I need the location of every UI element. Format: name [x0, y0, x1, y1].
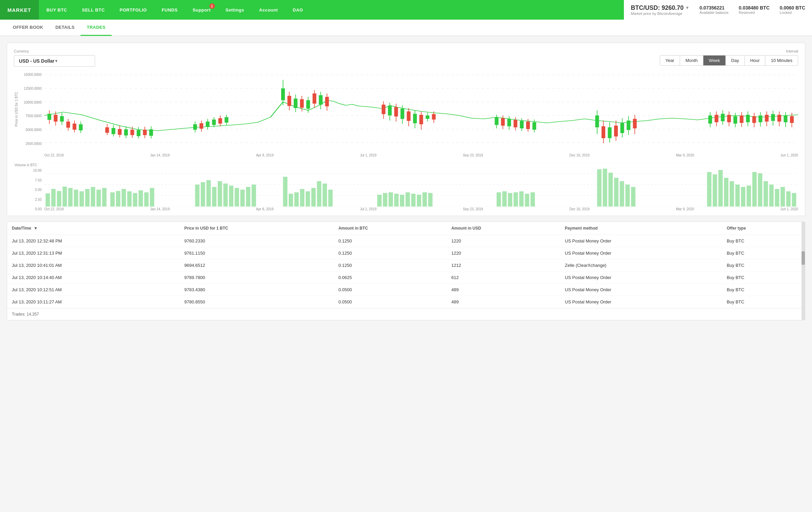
tab-trades[interactable]: TRADES [81, 20, 111, 36]
reserved-label: Reserved [739, 10, 769, 15]
x-label-1: Oct 22, 2018 [44, 153, 64, 157]
interval-10min[interactable]: 10 Minutes [765, 56, 798, 65]
interval-month[interactable]: Month [680, 56, 703, 65]
cell-amount-usd: 489 [447, 284, 560, 296]
svg-rect-123 [752, 116, 756, 123]
svg-rect-95 [595, 115, 599, 127]
nav-account[interactable]: Account [252, 0, 286, 20]
cell-amount-usd: 1220 [447, 247, 560, 259]
cell-price: 9694.6512 [180, 259, 334, 272]
svg-rect-11 [60, 116, 64, 122]
market-info: BTC/USD: 9260.70 ▼ Market price by Bitco… [624, 0, 812, 20]
cell-datetime: Jul 13, 2020 12:31:13 PM [7, 247, 180, 259]
nav-sell-btc[interactable]: SELL BTC [74, 0, 112, 20]
locked-label: Locked [780, 10, 805, 15]
candlestick-area: Oct 22, 2018 Jan 14, 2019 Apr 8, 2019 Ju… [44, 71, 798, 157]
svg-rect-213 [758, 173, 762, 207]
svg-rect-141 [46, 193, 50, 207]
price-dropdown-icon[interactable]: ▼ [685, 5, 690, 10]
cell-offer-type: Buy BTC [722, 284, 805, 296]
interval-week[interactable]: Week [703, 56, 726, 65]
svg-rect-194 [519, 191, 524, 207]
svg-rect-53 [300, 99, 304, 108]
vol-y-label-2: 7.50 [14, 178, 42, 182]
scrollbar[interactable] [802, 222, 805, 320]
svg-rect-17 [79, 124, 83, 130]
cell-payment: Zelle (ClearXchange) [560, 259, 722, 272]
svg-rect-159 [150, 188, 154, 207]
svg-rect-127 [765, 115, 769, 122]
svg-rect-198 [603, 169, 607, 207]
btc-price-block: BTC/USD: 9260.70 ▼ Market price by Bitco… [631, 4, 689, 16]
svg-rect-31 [143, 130, 146, 135]
volume-svg [44, 163, 798, 207]
cell-offer-type: Buy BTC [722, 296, 805, 308]
currency-dropdown[interactable]: USD - US Dollar ▼ [14, 55, 95, 67]
svg-rect-33 [149, 129, 153, 136]
svg-rect-75 [419, 115, 423, 124]
nav-dao[interactable]: DAO [285, 0, 310, 20]
svg-rect-188 [423, 192, 427, 207]
x-label-6: Dec 16, 2019 [569, 153, 590, 157]
table-row: Jul 13, 2020 10:11:27 AM 9780.8550 0.050… [7, 296, 805, 308]
interval-year[interactable]: Year [660, 56, 680, 65]
svg-rect-157 [139, 190, 143, 207]
th-payment: Payment method [560, 222, 722, 235]
nav-buy-btc[interactable]: BUY BTC [39, 0, 74, 20]
nav-support[interactable]: Support 1 [185, 0, 218, 20]
svg-rect-164 [218, 181, 222, 207]
svg-rect-57 [313, 93, 316, 104]
main-content: Currency USD - US Dollar ▼ Interval Year… [0, 36, 812, 327]
svg-rect-29 [137, 130, 140, 136]
scrollbar-thumb[interactable] [802, 251, 805, 265]
svg-rect-13 [66, 122, 70, 128]
cell-amount-usd: 1220 [447, 235, 560, 247]
cell-payment: US Postal Money Order [560, 296, 722, 308]
svg-rect-207 [724, 178, 728, 207]
nav-settings[interactable]: Settings [218, 0, 252, 20]
svg-rect-144 [63, 187, 67, 207]
th-datetime: Date/Time ▼ [7, 222, 180, 235]
svg-rect-59 [319, 95, 322, 105]
interval-day[interactable]: Day [726, 56, 745, 65]
svg-rect-218 [786, 191, 791, 207]
svg-rect-208 [730, 181, 734, 207]
cell-price: 9789.7800 [180, 272, 334, 284]
svg-rect-39 [206, 122, 209, 127]
sort-arrow-icon[interactable]: ▼ [33, 226, 38, 231]
svg-rect-153 [116, 191, 120, 207]
svg-rect-85 [507, 119, 511, 126]
svg-rect-101 [614, 126, 618, 136]
svg-rect-149 [91, 187, 95, 207]
nav-portfolio[interactable]: PORTFOLIO [112, 0, 154, 20]
volume-chart-container: Volume in BTC 10.00 7.50 5.00 2.50 0.00 [14, 163, 798, 211]
svg-rect-179 [328, 190, 333, 207]
interval-hour[interactable]: Hour [745, 56, 765, 65]
svg-rect-142 [51, 189, 55, 207]
svg-rect-172 [289, 194, 293, 207]
svg-rect-165 [223, 184, 228, 207]
svg-rect-161 [201, 182, 205, 207]
interval-block: Interval Year Month Week Day Hour 10 Min… [660, 49, 798, 66]
svg-rect-170 [252, 185, 256, 207]
svg-rect-205 [713, 174, 717, 207]
nav-funds[interactable]: FUNDS [154, 0, 185, 20]
svg-rect-77 [426, 115, 429, 119]
vol-x-2: Jan 14, 2019 [150, 207, 170, 211]
tab-offer-book[interactable]: OFFER BOOK [7, 20, 49, 36]
svg-rect-196 [531, 192, 535, 207]
table-row: Jul 13, 2020 10:41:01 AM 9694.6512 0.125… [7, 259, 805, 272]
cell-payment: US Postal Money Order [560, 247, 722, 259]
tab-details[interactable]: DETAILS [49, 20, 81, 36]
svg-rect-182 [388, 192, 393, 207]
top-nav: MARKET BUY BTC SELL BTC PORTFOLIO FUNDS … [0, 0, 812, 20]
svg-rect-160 [195, 185, 200, 207]
svg-rect-113 [721, 114, 725, 121]
svg-rect-217 [781, 187, 785, 207]
svg-rect-87 [514, 120, 517, 127]
svg-rect-210 [741, 187, 745, 207]
svg-rect-107 [633, 119, 637, 128]
reserved-stat: 0.038480 BTC Reserved [739, 5, 769, 15]
reserved-value: 0.038480 BTC [739, 5, 769, 10]
th-price: Price in USD for 1 BTC [180, 222, 334, 235]
